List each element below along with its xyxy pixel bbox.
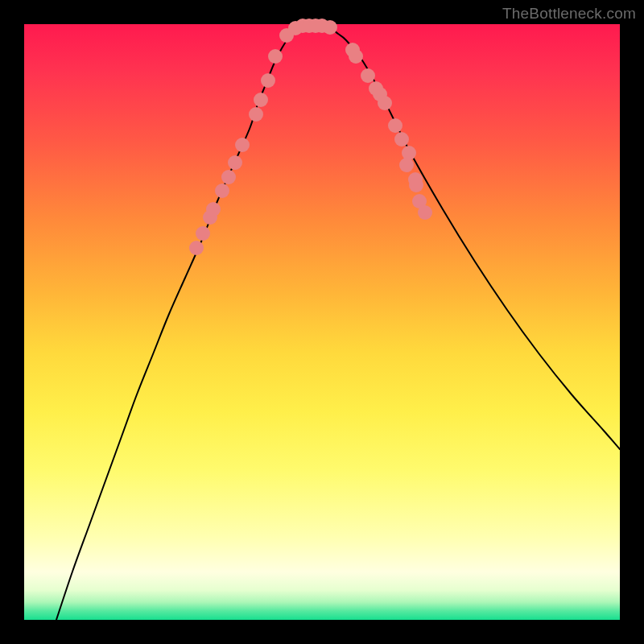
data-marker	[394, 132, 409, 147]
watermark-text: TheBottleneck.com	[502, 5, 636, 23]
data-marker	[409, 178, 423, 192]
plot-area	[24, 24, 620, 620]
data-marker	[215, 184, 229, 198]
data-marker	[189, 241, 204, 255]
curve-path	[56, 26, 620, 620]
data-marker	[249, 107, 263, 122]
data-marker	[402, 146, 416, 160]
curve-line	[56, 26, 620, 620]
data-marker	[206, 202, 221, 217]
data-marker	[399, 158, 414, 172]
data-markers	[189, 19, 432, 255]
data-marker	[361, 68, 375, 83]
data-marker	[349, 49, 363, 64]
data-marker	[378, 96, 392, 110]
data-marker	[228, 155, 242, 170]
data-marker	[261, 73, 275, 88]
data-marker	[254, 93, 268, 107]
data-marker	[323, 20, 337, 35]
data-marker	[196, 226, 210, 241]
data-marker	[268, 49, 283, 64]
data-marker	[418, 205, 432, 220]
chart-svg	[24, 24, 620, 620]
chart-frame: TheBottleneck.com	[0, 0, 644, 644]
data-marker	[221, 170, 236, 184]
data-marker	[388, 118, 402, 133]
data-marker	[235, 138, 250, 152]
